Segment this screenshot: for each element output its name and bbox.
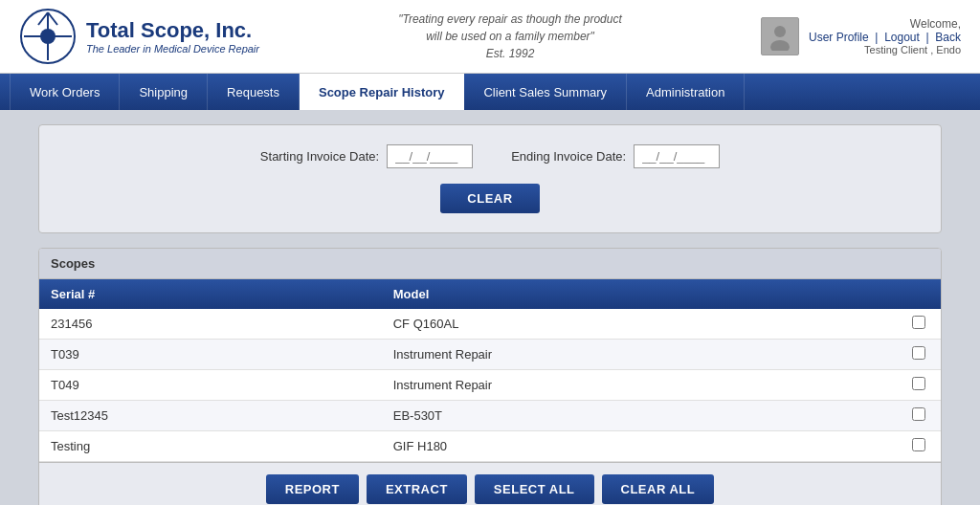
svg-line-4 — [38, 12, 48, 25]
table-row: T049 Instrument Repair — [39, 370, 941, 401]
model-cell: GIF H180 — [382, 431, 901, 462]
scopes-section-title: Scopes — [39, 249, 941, 279]
user-profile-link[interactable]: User Profile — [809, 31, 869, 44]
ending-date-field: Ending Invoice Date: — [511, 144, 720, 168]
logout-link[interactable]: Logout — [884, 31, 920, 44]
row-checkbox-0[interactable] — [912, 316, 925, 329]
logo-title: Total Scope, Inc. — [86, 18, 259, 43]
logo-subtitle: The Leader in Medical Device Repair — [86, 43, 259, 55]
tagline-line1: "Treating every repair as though the pro… — [259, 11, 761, 28]
main-nav: Work Orders Shipping Requests Scope Repa… — [0, 74, 980, 110]
col-header-serial: Serial # — [39, 279, 382, 309]
ending-invoice-label: Ending Invoice Date: — [511, 149, 626, 164]
scopes-box: Scopes Serial # Model 231456 CF Q160AL T… — [38, 248, 942, 505]
tagline-line2: will be used on a family member" — [259, 28, 761, 45]
filter-box: Starting Invoice Date: Ending Invoice Da… — [38, 124, 942, 233]
nav-scope-repair-history[interactable]: Scope Repair History — [300, 74, 465, 110]
table-row: T039 Instrument Repair — [39, 340, 941, 370]
filter-row: Starting Invoice Date: Ending Invoice Da… — [58, 144, 922, 168]
main-content: Starting Invoice Date: Ending Invoice Da… — [0, 110, 980, 505]
serial-cell: T049 — [39, 370, 382, 401]
logo-icon — [19, 8, 77, 65]
checkbox-cell — [901, 309, 941, 340]
serial-cell: Test12345 — [39, 401, 382, 431]
extract-button[interactable]: EXTRACT — [367, 474, 467, 504]
nav-shipping[interactable]: Shipping — [120, 74, 208, 110]
nav-administration[interactable]: Administration — [627, 74, 745, 110]
back-link[interactable]: Back — [935, 31, 961, 44]
logo-text: Total Scope, Inc. The Leader in Medical … — [86, 18, 259, 55]
checkbox-cell — [901, 340, 941, 370]
user-info: Welcome, User Profile | Logout | Back Te… — [809, 17, 961, 55]
ending-date-input[interactable] — [634, 144, 720, 168]
serial-cell: Testing — [39, 431, 382, 462]
nav-client-sales-summary[interactable]: Client Sales Summary — [464, 74, 627, 110]
scopes-table: Serial # Model 231456 CF Q160AL T039 Ins… — [39, 279, 941, 462]
table-header-row: Serial # Model — [39, 279, 941, 309]
table-row: Testing GIF H180 — [39, 431, 941, 462]
model-cell: Instrument Repair — [382, 340, 901, 370]
nav-requests[interactable]: Requests — [208, 74, 300, 110]
row-checkbox-4[interactable] — [912, 438, 925, 451]
avatar — [761, 17, 799, 55]
tagline-line3: Est. 1992 — [259, 45, 761, 62]
tagline: "Treating every repair as though the pro… — [259, 11, 761, 62]
checkbox-cell — [901, 431, 941, 462]
header: Total Scope, Inc. The Leader in Medical … — [0, 0, 980, 74]
svg-point-3 — [40, 29, 56, 44]
col-header-checkbox — [901, 279, 941, 309]
actions-row: REPORT EXTRACT SELECT ALL CLEAR ALL — [39, 462, 941, 505]
starting-date-field: Starting Invoice Date: — [260, 144, 473, 168]
row-checkbox-3[interactable] — [912, 407, 925, 421]
starting-date-input[interactable] — [387, 144, 473, 168]
checkbox-cell — [901, 401, 941, 431]
model-cell: EB-530T — [382, 401, 901, 431]
logo-area: Total Scope, Inc. The Leader in Medical … — [19, 8, 259, 65]
report-button[interactable]: REPORT — [266, 474, 359, 504]
select-all-button[interactable]: SELECT ALL — [475, 474, 594, 504]
clear-button[interactable]: CLEAR — [440, 184, 539, 213]
user-links: User Profile | Logout | Back — [809, 31, 961, 44]
model-cell: Instrument Repair — [382, 370, 901, 401]
svg-point-6 — [774, 26, 786, 37]
model-cell: CF Q160AL — [382, 309, 901, 340]
svg-line-5 — [48, 12, 57, 25]
row-checkbox-1[interactable] — [912, 346, 925, 360]
user-area: Welcome, User Profile | Logout | Back Te… — [761, 17, 961, 55]
welcome-text: Welcome, — [910, 17, 961, 31]
starting-invoice-label: Starting Invoice Date: — [260, 149, 379, 164]
col-header-model: Model — [382, 279, 901, 309]
svg-point-7 — [770, 40, 790, 51]
clear-all-button[interactable]: CLEAR ALL — [602, 474, 715, 504]
checkbox-cell — [901, 370, 941, 401]
serial-cell: 231456 — [39, 309, 382, 340]
row-checkbox-2[interactable] — [912, 377, 925, 390]
serial-cell: T039 — [39, 340, 382, 370]
client-name: Testing Client , Endo — [864, 44, 961, 55]
table-row: Test12345 EB-530T — [39, 401, 941, 431]
table-row: 231456 CF Q160AL — [39, 309, 941, 340]
nav-work-orders[interactable]: Work Orders — [10, 74, 120, 110]
